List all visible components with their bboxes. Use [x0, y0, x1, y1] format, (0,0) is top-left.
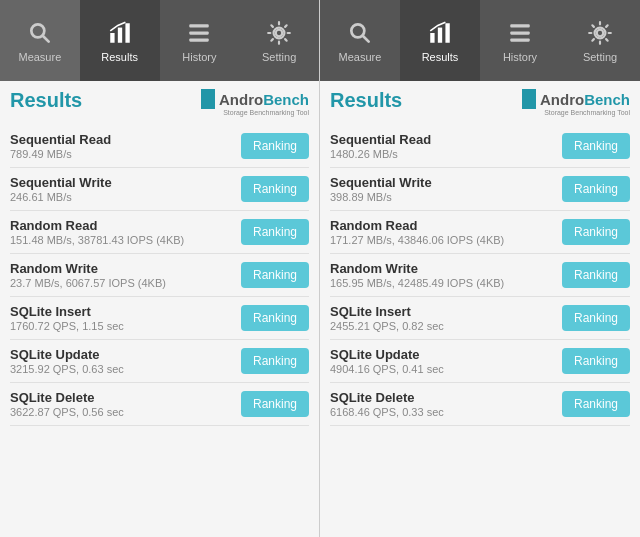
result-info-0-4: SQLite Insert1760.72 QPS, 1.15 sec	[10, 304, 124, 332]
result-value-0-1: 246.61 MB/s	[10, 191, 112, 203]
result-info-0-6: SQLite Delete3622.87 QPS, 0.56 sec	[10, 390, 124, 418]
nav-item-setting-1[interactable]: Setting	[560, 0, 640, 81]
ranking-button-1-4[interactable]: Ranking	[562, 305, 630, 331]
nav-bar-0: MeasureResultsHistorySetting	[0, 0, 319, 81]
result-row-0-0: Sequential Read789.49 MB/sRanking	[10, 125, 309, 168]
result-info-0-3: Random Write23.7 MB/s, 6067.57 IOPS (4KB…	[10, 261, 166, 289]
result-name-1-1: Sequential Write	[330, 175, 432, 190]
content-0: ResultsAndroBenchStorage Benchmarking To…	[0, 81, 319, 537]
result-name-1-5: SQLite Update	[330, 347, 444, 362]
result-info-1-2: Random Read171.27 MB/s, 43846.06 IOPS (4…	[330, 218, 504, 246]
ranking-button-1-0[interactable]: Ranking	[562, 133, 630, 159]
result-info-1-3: Random Write165.95 MB/s, 42485.49 IOPS (…	[330, 261, 504, 289]
result-value-1-5: 4904.16 QPS, 0.41 sec	[330, 363, 444, 375]
brand-row-1: AndroBench	[522, 89, 630, 109]
chart-icon-1	[426, 19, 454, 47]
result-row-1-3: Random Write165.95 MB/s, 42485.49 IOPS (…	[330, 254, 630, 297]
result-row-0-3: Random Write23.7 MB/s, 6067.57 IOPS (4KB…	[10, 254, 309, 297]
result-row-1-4: SQLite Insert2455.21 QPS, 0.82 secRankin…	[330, 297, 630, 340]
result-info-1-5: SQLite Update4904.16 QPS, 0.41 sec	[330, 347, 444, 375]
svg-line-1	[43, 35, 49, 41]
ranking-button-1-1[interactable]: Ranking	[562, 176, 630, 202]
result-info-0-5: SQLite Update3215.92 QPS, 0.63 sec	[10, 347, 124, 375]
result-row-0-1: Sequential Write246.61 MB/sRanking	[10, 168, 309, 211]
result-info-0-1: Sequential Write246.61 MB/s	[10, 175, 112, 203]
svg-rect-16	[510, 31, 530, 34]
result-info-1-0: Sequential Read1480.26 MB/s	[330, 132, 431, 160]
nav-label-setting-0: Setting	[262, 51, 296, 63]
svg-rect-2	[110, 33, 114, 43]
result-value-1-1: 398.89 MB/s	[330, 191, 432, 203]
result-info-1-1: Sequential Write398.89 MB/s	[330, 175, 432, 203]
list-icon-0	[185, 19, 213, 47]
ranking-button-1-2[interactable]: Ranking	[562, 219, 630, 245]
brand-name-1: AndroBench	[540, 91, 630, 108]
result-value-0-3: 23.7 MB/s, 6067.57 IOPS (4KB)	[10, 277, 166, 289]
gear-icon-1	[586, 19, 614, 47]
result-row-1-6: SQLite Delete6168.46 QPS, 0.33 secRankin…	[330, 383, 630, 426]
svg-rect-6	[190, 31, 210, 34]
result-row-1-1: Sequential Write398.89 MB/sRanking	[330, 168, 630, 211]
ranking-button-1-3[interactable]: Ranking	[562, 262, 630, 288]
brand-row-0: AndroBench	[201, 89, 309, 109]
nav-label-results-0: Results	[101, 51, 138, 63]
svg-rect-12	[430, 33, 434, 43]
nav-item-results-1[interactable]: Results	[400, 0, 480, 81]
result-name-1-2: Random Read	[330, 218, 504, 233]
svg-rect-7	[190, 38, 210, 41]
panel-1: MeasureResultsHistorySettingResultsAndro…	[320, 0, 640, 537]
ranking-button-0-1[interactable]: Ranking	[241, 176, 309, 202]
results-header-1: ResultsAndroBenchStorage Benchmarking To…	[330, 89, 630, 117]
nav-label-measure-1: Measure	[339, 51, 382, 63]
nav-item-measure-1[interactable]: Measure	[320, 0, 400, 81]
result-value-0-5: 3215.92 QPS, 0.63 sec	[10, 363, 124, 375]
svg-line-11	[363, 35, 369, 41]
ranking-button-0-0[interactable]: Ranking	[241, 133, 309, 159]
result-name-0-6: SQLite Delete	[10, 390, 124, 405]
brand-sub-1: Storage Benchmarking Tool	[544, 109, 630, 117]
ranking-button-0-3[interactable]: Ranking	[241, 262, 309, 288]
svg-point-18	[597, 29, 604, 36]
gear-icon-0	[265, 19, 293, 47]
ranking-button-1-6[interactable]: Ranking	[562, 391, 630, 417]
results-title-0: Results	[10, 89, 82, 112]
ranking-button-0-5[interactable]: Ranking	[241, 348, 309, 374]
ranking-button-0-6[interactable]: Ranking	[241, 391, 309, 417]
svg-rect-15	[510, 24, 530, 27]
result-row-0-2: Random Read151.48 MB/s, 38781.43 IOPS (4…	[10, 211, 309, 254]
result-info-0-2: Random Read151.48 MB/s, 38781.43 IOPS (4…	[10, 218, 184, 246]
app-container: MeasureResultsHistorySettingResultsAndro…	[0, 0, 640, 537]
result-row-0-6: SQLite Delete3622.87 QPS, 0.56 secRankin…	[10, 383, 309, 426]
result-value-0-2: 151.48 MB/s, 38781.43 IOPS (4KB)	[10, 234, 184, 246]
nav-label-measure-0: Measure	[18, 51, 61, 63]
results-title-1: Results	[330, 89, 402, 112]
result-value-1-2: 171.27 MB/s, 43846.06 IOPS (4KB)	[330, 234, 504, 246]
ranking-button-0-4[interactable]: Ranking	[241, 305, 309, 331]
ranking-button-1-5[interactable]: Ranking	[562, 348, 630, 374]
list-icon-1	[506, 19, 534, 47]
nav-item-measure-0[interactable]: Measure	[0, 0, 80, 81]
content-1: ResultsAndroBenchStorage Benchmarking To…	[320, 81, 640, 537]
result-info-1-6: SQLite Delete6168.46 QPS, 0.33 sec	[330, 390, 444, 418]
nav-item-results-0[interactable]: Results	[80, 0, 160, 81]
nav-item-history-1[interactable]: History	[480, 0, 560, 81]
ranking-button-0-2[interactable]: Ranking	[241, 219, 309, 245]
result-name-0-1: Sequential Write	[10, 175, 112, 190]
search-icon-0	[26, 19, 54, 47]
svg-rect-3	[117, 27, 121, 42]
brand-sub-0: Storage Benchmarking Tool	[223, 109, 309, 117]
nav-label-history-1: History	[503, 51, 537, 63]
nav-item-setting-0[interactable]: Setting	[239, 0, 319, 81]
brand-logo-1: AndroBenchStorage Benchmarking Tool	[522, 89, 630, 117]
result-row-0-4: SQLite Insert1760.72 QPS, 1.15 secRankin…	[10, 297, 309, 340]
result-value-1-0: 1480.26 MB/s	[330, 148, 431, 160]
nav-item-history-0[interactable]: History	[160, 0, 240, 81]
result-value-0-4: 1760.72 QPS, 1.15 sec	[10, 320, 124, 332]
result-name-1-3: Random Write	[330, 261, 504, 276]
result-row-1-5: SQLite Update4904.16 QPS, 0.41 secRankin…	[330, 340, 630, 383]
brand-icon-1	[522, 89, 536, 109]
panel-0: MeasureResultsHistorySettingResultsAndro…	[0, 0, 320, 537]
result-value-1-6: 6168.46 QPS, 0.33 sec	[330, 406, 444, 418]
result-value-0-6: 3622.87 QPS, 0.56 sec	[10, 406, 124, 418]
nav-label-results-1: Results	[422, 51, 459, 63]
